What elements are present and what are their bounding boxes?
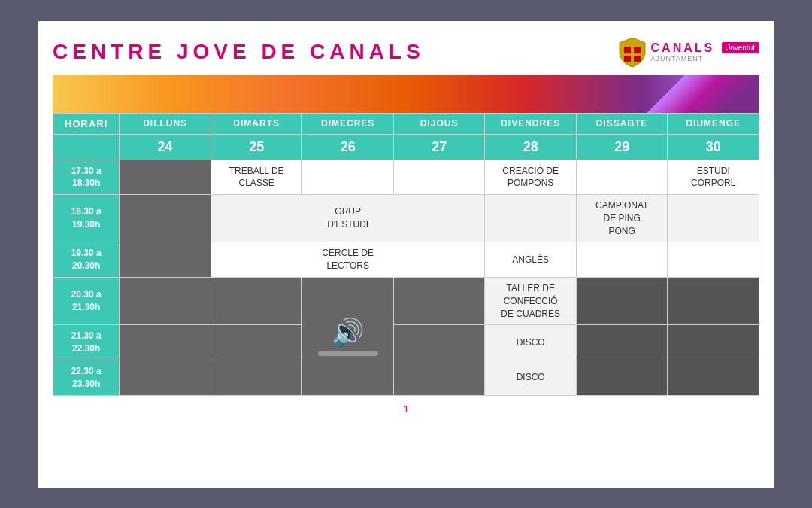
time-1830: 18.30 a19.30h — [53, 195, 120, 242]
table-row-2: 18.30 a19.30h GRUPD'ESTUDI CAMPIONATDE P… — [53, 195, 759, 242]
day-numbers-row: 24 25 26 27 28 29 30 — [53, 134, 759, 160]
cell-mon-6 — [120, 360, 211, 396]
time-1930: 19.30 a20.30h — [53, 242, 120, 278]
media-player[interactable]: 🔊 — [305, 309, 390, 364]
cell-sat-3 — [576, 242, 668, 278]
cell-tue-3: CERCLE DELECTORS — [211, 242, 485, 278]
cell-sun-6 — [668, 360, 759, 396]
cell-sat-6 — [576, 360, 668, 396]
cell-tue-4 — [211, 278, 302, 325]
cell-mon-3 — [120, 242, 211, 278]
logo-joventut-text: Joventut — [722, 42, 759, 53]
cell-sun-2 — [668, 195, 759, 242]
table-row-1: 17.30 a18.30h TREBALL DECLASSE CREACIÓ D… — [53, 160, 759, 195]
cell-fri-3: ANGLÉS — [485, 242, 577, 278]
num-24: 24 — [120, 134, 211, 160]
shield-icon — [618, 36, 647, 68]
header-row: HORARI DILLUNS DIMARTS DIMECRES DIJOUS D… — [53, 113, 759, 134]
cell-thu-1 — [393, 160, 485, 195]
cell-thu-5 — [393, 325, 485, 360]
cell-sun-5 — [668, 325, 759, 360]
cell-thu-4 — [393, 278, 485, 325]
logo-area: CANALS Joventut AJUNTAMENT — [618, 36, 759, 68]
cell-fri-4: TALLER DECONFECCIÓDE CUADRES — [485, 278, 577, 325]
logo-canals-text: CANALS — [651, 41, 715, 55]
cell-tue-2: GRUPD'ESTUDI — [211, 195, 485, 242]
cell-sat-2: CAMPIONATDE PINGPONG — [576, 195, 668, 242]
col-header-dissabte: DISSABTE — [576, 113, 668, 134]
time-1730: 17.30 a18.30h — [53, 160, 120, 195]
num-27: 27 — [393, 134, 485, 160]
cell-sat-1 — [576, 160, 668, 195]
table-row-4: 20.30 a21.30h 🔊 TALLER DECONFECCIÓDE CUA… — [53, 278, 759, 325]
color-banner — [53, 75, 759, 113]
cell-sun-3 — [668, 242, 759, 278]
cell-fri-5: DISCO — [485, 325, 577, 360]
cell-fri-1: CREACIÓ DEPOMPONS — [485, 160, 577, 195]
cell-sun-4 — [668, 278, 759, 325]
time-2130: 21.30 a22.30h — [53, 325, 120, 360]
num-30: 30 — [668, 134, 759, 160]
cell-mon-4 — [120, 278, 211, 325]
svg-rect-2 — [624, 56, 631, 62]
cell-wed-1 — [302, 160, 394, 195]
num-26: 26 — [302, 134, 394, 160]
time-2230: 22.30 a23.30h — [53, 360, 120, 396]
cell-fri-6: DISCO — [485, 360, 577, 396]
cell-sat-4 — [576, 278, 668, 325]
col-header-dimarts: DIMARTS — [211, 113, 302, 134]
col-header-horari: HORARI — [53, 113, 120, 134]
logo-ajuntament-text: AJUNTAMENT — [651, 55, 704, 62]
schedule-table: HORARI DILLUNS DIMARTS DIMECRES DIJOUS D… — [53, 113, 759, 396]
col-header-diumenge: DIUMENGE — [668, 113, 759, 134]
col-header-divendres: DIVENDRES — [485, 113, 577, 134]
cell-sun-1: ESTUDICORPORL — [668, 160, 759, 195]
cell-fri-2 — [485, 195, 577, 242]
col-header-dilluns: DILLUNS — [120, 113, 211, 134]
svg-rect-3 — [634, 56, 641, 62]
cell-tue-5 — [211, 325, 302, 360]
page-number: 1 — [53, 403, 759, 415]
num-29: 29 — [576, 134, 668, 160]
header: CENTRE JOVE DE CANALS CANALS Joventut AJ… — [53, 36, 759, 68]
num-28: 28 — [485, 134, 577, 160]
logo-text: CANALS Joventut AJUNTAMENT — [651, 41, 759, 62]
svg-rect-1 — [634, 47, 641, 54]
num-25: 25 — [211, 134, 302, 160]
speaker-icon: 🔊 — [331, 317, 365, 348]
cell-tue-6 — [211, 360, 302, 396]
page-title: CENTRE JOVE DE CANALS — [53, 40, 425, 64]
col-header-dimecres: DIMECRES — [302, 113, 394, 134]
svg-rect-0 — [624, 47, 631, 54]
cell-tue-1: TREBALL DECLASSE — [211, 160, 302, 195]
cell-mon-2 — [120, 195, 211, 242]
progress-bar — [318, 351, 378, 356]
cell-sat-5 — [576, 325, 668, 360]
time-2030: 20.30 a21.30h — [53, 278, 120, 325]
table-row-6: 22.30 a23.30h DISCO — [53, 360, 759, 396]
cell-thu-6 — [393, 360, 485, 396]
table-row-3: 19.30 a20.30h CERCLE DELECTORS ANGLÉS — [53, 242, 759, 278]
page: CENTRE JOVE DE CANALS CANALS Joventut AJ… — [38, 21, 774, 488]
num-empty — [53, 134, 120, 160]
table-row-5: 21.30 a22.30h DISCO — [53, 325, 759, 360]
cell-mon-5 — [120, 325, 211, 360]
col-header-dijous: DIJOUS — [393, 113, 485, 134]
cell-mon-1 — [120, 160, 211, 195]
cell-wed-media: 🔊 — [302, 278, 394, 396]
